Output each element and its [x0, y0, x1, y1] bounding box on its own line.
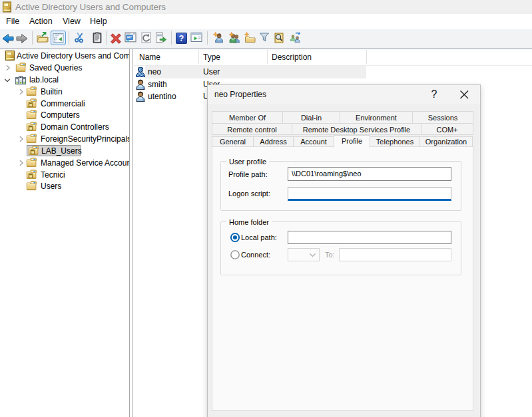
- svg-text:?: ?: [179, 33, 184, 43]
